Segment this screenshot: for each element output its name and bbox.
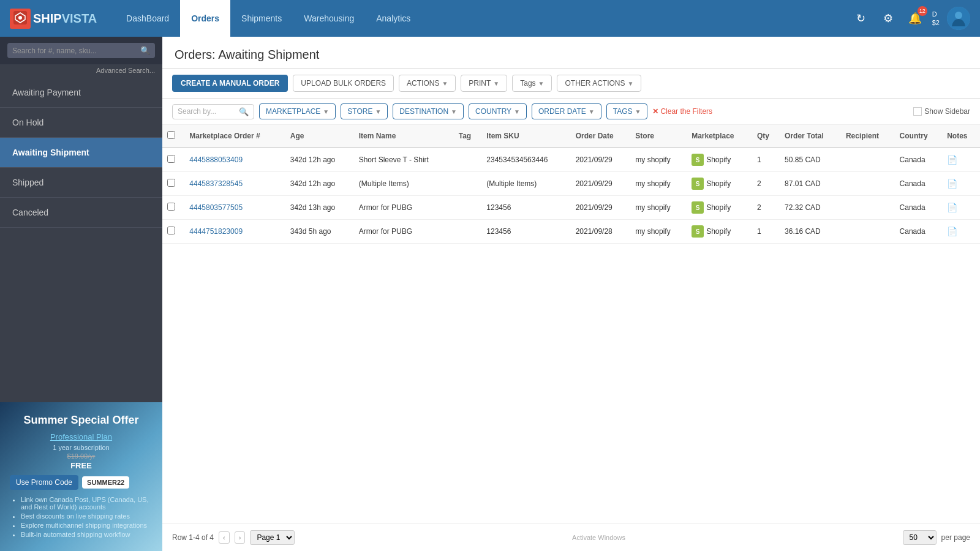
country-filter-button[interactable]: COUNTRY ▼ <box>469 103 527 119</box>
show-sidebar-checkbox[interactable] <box>913 107 922 116</box>
search-box: 🔍 <box>7 43 155 58</box>
col-country: Country <box>895 125 943 148</box>
nav-dashboard[interactable]: DashBoard <box>115 0 180 37</box>
row-notes-2[interactable]: 📄 <box>942 196 980 220</box>
order-link-3[interactable]: 4444751823009 <box>189 227 243 236</box>
promo-code-row: Use Promo Code SUMMER22 <box>10 475 153 490</box>
row-notes-1[interactable]: 📄 <box>942 172 980 196</box>
promo-title: Summer Special Offer <box>10 413 153 427</box>
user-avatar[interactable] <box>947 7 970 30</box>
sidebar-item-canceled[interactable]: Canceled <box>0 198 162 228</box>
promo-bullet-3: Explore multichannel shipping integratio… <box>21 522 153 529</box>
nav-warehousing[interactable]: Warehousing <box>293 0 365 37</box>
row-store-3: my shopify <box>630 220 687 244</box>
nav-shipments[interactable]: Shipments <box>230 0 293 37</box>
page-next-button[interactable]: › <box>235 531 246 544</box>
row-recipient-0 <box>841 148 895 172</box>
row-tag-2 <box>454 196 482 220</box>
shopify-icon-0: S <box>692 154 704 166</box>
refresh-icon[interactable]: ↻ <box>851 9 871 28</box>
destination-filter-button[interactable]: DESTINATION ▼ <box>393 103 464 119</box>
row-notes-3[interactable]: 📄 <box>942 220 980 244</box>
sidebar-item-awaiting-payment[interactable]: Awaiting Payment <box>0 78 162 108</box>
page-prev-button[interactable]: ‹ <box>219 531 230 544</box>
row-checkbox-2[interactable] <box>162 196 184 220</box>
promo-code-button[interactable]: Use Promo Code <box>10 475 78 490</box>
row-order-id-0[interactable]: 4445888053409 <box>184 148 285 172</box>
order-link-0[interactable]: 4445888053409 <box>189 156 243 164</box>
notes-icon-3[interactable]: 📄 <box>947 227 957 236</box>
row-order-total-0: 50.85 CAD <box>780 148 841 172</box>
col-select-all[interactable] <box>162 125 184 148</box>
row-sku-3: 123456 <box>481 220 570 244</box>
page-select[interactable]: Page 1 <box>250 530 295 545</box>
print-button[interactable]: PRINT ▼ <box>461 75 507 92</box>
row-order-id-3[interactable]: 4444751823009 <box>184 220 285 244</box>
actions-dropdown-arrow: ▼ <box>442 80 448 87</box>
row-notes-0[interactable]: 📄 <box>942 148 980 172</box>
row-select-3[interactable] <box>167 227 175 234</box>
row-checkbox-3[interactable] <box>162 220 184 244</box>
row-order-date-1: 2021/09/29 <box>571 172 631 196</box>
search-input[interactable] <box>12 47 140 55</box>
promo-code-value: SUMMER22 <box>82 476 129 489</box>
select-all-checkbox[interactable] <box>167 131 175 139</box>
per-page-select[interactable]: 50 25 100 <box>903 530 937 545</box>
notes-icon-1[interactable]: 📄 <box>947 179 957 189</box>
row-recipient-1 <box>841 172 895 196</box>
sidebar-item-on-hold[interactable]: On Hold <box>0 108 162 138</box>
row-checkbox-1[interactable] <box>162 172 184 196</box>
row-checkbox-0[interactable] <box>162 148 184 172</box>
store-filter-button[interactable]: STORE ▼ <box>341 103 388 119</box>
upload-bulk-orders-button[interactable]: UPLOAD BULK ORDERS <box>293 75 394 92</box>
sidebar-item-shipped[interactable]: Shipped <box>0 168 162 198</box>
advanced-search-link[interactable]: Advanced Search... <box>0 64 162 78</box>
create-manual-order-button[interactable]: CREATE A MANUAL ORDER <box>172 75 288 92</box>
search-icon[interactable]: 🔍 <box>140 46 150 55</box>
show-sidebar-toggle[interactable]: Show Sidebar <box>913 107 970 116</box>
nav-orders[interactable]: Orders <box>180 0 230 37</box>
row-marketplace-1: S Shopify <box>687 172 752 196</box>
other-actions-dropdown-arrow: ▼ <box>627 80 633 87</box>
settings-icon[interactable]: ⚙ <box>878 9 898 28</box>
sidebar-item-awaiting-shipment[interactable]: Awaiting Shipment <box>0 138 162 168</box>
tags-filter-button[interactable]: TAGS ▼ <box>606 103 648 119</box>
filter-search-input[interactable] <box>178 107 239 116</box>
notifications-icon[interactable]: 🔔 12 <box>905 9 925 28</box>
col-age: Age <box>285 125 354 148</box>
row-select-1[interactable] <box>167 179 175 187</box>
country-dropdown-arrow: ▼ <box>514 108 520 115</box>
filter-bar: 🔍 MARKETPLACE ▼ STORE ▼ DESTINATION ▼ CO… <box>162 99 980 125</box>
promo-bullet-1: Link own Canada Post, UPS (Canada, US, a… <box>21 496 153 511</box>
row-select-2[interactable] <box>167 203 175 211</box>
row-order-id-1[interactable]: 4445837328545 <box>184 172 285 196</box>
top-nav: SHIPVISTA DashBoard Orders Shipments War… <box>0 0 980 37</box>
row-order-date-0: 2021/09/29 <box>571 148 631 172</box>
notes-icon-2[interactable]: 📄 <box>947 203 957 212</box>
order-link-2[interactable]: 4445803577505 <box>189 203 243 212</box>
row-marketplace-3: S Shopify <box>687 220 752 244</box>
order-date-filter-button[interactable]: ORDER DATE ▼ <box>532 103 601 119</box>
row-qty-0: 1 <box>752 148 780 172</box>
nav-right: ↻ ⚙ 🔔 12 D $2 <box>851 7 970 30</box>
row-select-0[interactable] <box>167 155 175 163</box>
col-order-number: Marketplace Order # <box>184 125 285 148</box>
clear-filters-link[interactable]: ✕ Clear the Filters <box>652 107 712 116</box>
logo[interactable]: SHIPVISTA <box>10 9 97 29</box>
promo-plan-link[interactable]: Professional Plan <box>10 432 153 441</box>
col-marketplace: Marketplace <box>687 125 752 148</box>
marketplace-filter-button[interactable]: MARKETPLACE ▼ <box>259 103 336 119</box>
filter-search-icon[interactable]: 🔍 <box>239 107 249 116</box>
row-sku-1: (Multiple Items) <box>481 172 570 196</box>
order-link-1[interactable]: 4445837328545 <box>189 179 243 188</box>
row-age-3: 343d 5h ago <box>285 220 354 244</box>
row-order-id-2[interactable]: 4445803577505 <box>184 196 285 220</box>
promo-bullets: Link own Canada Post, UPS (Canada, US, a… <box>10 496 153 538</box>
nav-analytics[interactable]: Analytics <box>365 0 421 37</box>
other-actions-button[interactable]: OTHER ACTIONS ▼ <box>557 75 641 92</box>
tags-button[interactable]: Tags ▼ <box>512 75 552 92</box>
row-age-1: 342d 12h ago <box>285 172 354 196</box>
row-country-3: Canada <box>895 220 943 244</box>
notes-icon-0[interactable]: 📄 <box>947 155 957 165</box>
actions-button[interactable]: ACTIONS ▼ <box>399 75 456 92</box>
